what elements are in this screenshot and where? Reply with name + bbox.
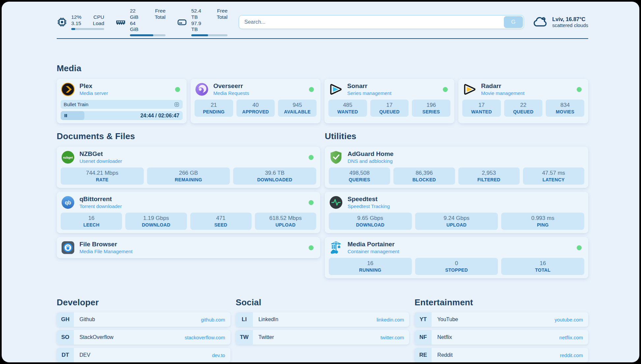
link-name: Netflix bbox=[437, 334, 452, 340]
app-card-filebrowser[interactable]: File Browser Media File Management bbox=[57, 237, 320, 258]
app-name: File Browser bbox=[79, 241, 133, 248]
app-card-speedtest[interactable]: Speedtest Speedtest Tracking 9.65 Gbps D… bbox=[325, 192, 588, 233]
disk-icon bbox=[177, 17, 187, 27]
ram-free: 22 GiB bbox=[130, 8, 145, 20]
stat-seed: 471 SEED bbox=[190, 213, 252, 230]
app-name: Speedtest bbox=[348, 196, 390, 203]
utilities-section-title: Utilities bbox=[325, 131, 588, 141]
stat-remaining: 266 GB REMAINING bbox=[147, 167, 230, 185]
ram-label-1: Free bbox=[155, 8, 166, 14]
stat-wanted: 485 WANTED bbox=[328, 100, 367, 117]
link-url: netflix.com bbox=[559, 335, 583, 340]
app-card-plex[interactable]: Plex Media server Bullet Train bbox=[57, 79, 187, 123]
portainer-icon bbox=[329, 240, 343, 255]
cast-icon[interactable] bbox=[174, 102, 180, 107]
status-dot bbox=[443, 87, 448, 92]
status-dot bbox=[577, 245, 582, 250]
ram-icon bbox=[115, 17, 126, 27]
link-youtube[interactable]: YT YouTube youtube.com bbox=[414, 312, 588, 327]
app-subtitle: DNS and adblocking bbox=[348, 158, 393, 164]
link-badge: NF bbox=[414, 330, 432, 345]
stat-pending: 21 PENDING bbox=[195, 100, 233, 117]
media-section-title: Media bbox=[57, 63, 588, 74]
app-name: NZBGet bbox=[79, 150, 122, 158]
stat-movies: 834 MOVIES bbox=[546, 100, 584, 117]
weather-widget: Lviv, 16.87°C scattered clouds bbox=[533, 15, 588, 30]
app-card-sonarr[interactable]: Sonarr Series management 485 WANTED 17 Q… bbox=[324, 79, 454, 123]
app-subtitle: Media Requests bbox=[213, 90, 249, 96]
stat-approved: 40 APPROVED bbox=[236, 100, 275, 117]
search-input[interactable] bbox=[239, 15, 524, 29]
disk-label-2: Total bbox=[217, 14, 228, 20]
link-badge: GH bbox=[57, 312, 74, 327]
stat-latency: 47.57 ms LATENCY bbox=[523, 167, 584, 185]
app-card-radarr[interactable]: Radarr Movie management 17 WANTED 22 QUE… bbox=[458, 79, 588, 123]
app-name: AdGuard Home bbox=[348, 150, 393, 158]
weather-condition: scattered clouds bbox=[552, 22, 588, 28]
top-bar: 12% 3.15 CPU Load bbox=[57, 13, 588, 31]
app-subtitle: Media File Management bbox=[79, 249, 133, 254]
ram-label-2: Total bbox=[155, 14, 166, 20]
playback-progress-bar[interactable]: 24:44 / 02:06:47 bbox=[61, 111, 183, 120]
link-reddit[interactable]: RE Reddit reddit.com bbox=[414, 348, 588, 362]
section-developer: Developer GH Github github.com SO StackO… bbox=[57, 297, 230, 362]
link-url: stackoverflow.com bbox=[185, 335, 225, 340]
stat-available: 945 AVAILABLE bbox=[278, 100, 317, 117]
link-netflix[interactable]: NF Netflix netflix.com bbox=[414, 330, 588, 345]
link-url: youtube.com bbox=[555, 317, 583, 322]
cpu-label-2: Load bbox=[93, 20, 104, 27]
stat-filtered: 2,953 FILTERED bbox=[458, 167, 520, 185]
ram-progress-bar bbox=[130, 34, 166, 36]
stat-ping: 0.993 ms PING bbox=[501, 213, 584, 230]
link-name: StackOverflow bbox=[79, 334, 113, 340]
link-badge: TW bbox=[236, 330, 253, 345]
stat-queued: 17 QUEUED bbox=[370, 100, 409, 117]
app-subtitle: Torrent downloader bbox=[79, 203, 122, 209]
link-url: twitter.com bbox=[381, 335, 404, 340]
stat-download: 9.65 Gbps DOWNLOAD bbox=[329, 213, 412, 230]
app-card-qbittorrent[interactable]: qb qBittorrent Torrent downloader 16 LEE… bbox=[57, 192, 320, 233]
link-stackoverflow[interactable]: SO StackOverflow stackoverflow.com bbox=[57, 330, 230, 345]
plex-icon bbox=[61, 82, 75, 97]
status-dot bbox=[309, 245, 314, 250]
link-badge: DT bbox=[57, 348, 74, 362]
section-utilities: Utilities AdGuard Home DNS and adb bbox=[325, 131, 588, 278]
cpu-stat: 12% 3.15 CPU Load bbox=[57, 14, 104, 30]
radarr-icon bbox=[462, 82, 477, 97]
stat-downloaded: 39.6 TB DOWNLOADED bbox=[233, 167, 316, 185]
link-url: github.com bbox=[201, 317, 225, 322]
disk-total: 97.9 TB bbox=[191, 20, 207, 33]
stat-leech: 16 LEECH bbox=[61, 213, 122, 230]
ram-total: 64 GiB bbox=[130, 20, 145, 33]
link-dev[interactable]: DT DEV dev.to bbox=[57, 348, 230, 362]
playback-time: 24:44 / 02:06:47 bbox=[140, 111, 179, 120]
link-github[interactable]: GH Github github.com bbox=[57, 312, 230, 327]
section-entertainment: Entertainment YT YouTube youtube.com NF … bbox=[414, 297, 588, 362]
app-subtitle: Usenet downloader bbox=[79, 158, 122, 164]
app-card-adguard[interactable]: AdGuard Home DNS and adblocking 498,508 … bbox=[325, 147, 588, 188]
app-subtitle: Container management bbox=[348, 249, 399, 254]
app-card-portainer[interactable]: Media Portainer Container management 16 … bbox=[325, 237, 588, 278]
dashboard-page: 12% 3.15 CPU Load bbox=[2, 2, 639, 362]
sonarr-icon bbox=[328, 82, 343, 97]
cpu-load-avg: 3.15 bbox=[71, 20, 81, 27]
svg-text:nzbget: nzbget bbox=[63, 156, 73, 159]
link-url: reddit.com bbox=[560, 352, 583, 358]
adguard-icon bbox=[329, 150, 343, 165]
app-subtitle: Media server bbox=[79, 90, 108, 96]
link-linkedin[interactable]: LI LinkedIn linkedin.com bbox=[236, 312, 410, 327]
stat-upload: 9.24 Gbps UPLOAD bbox=[415, 213, 498, 230]
search-engine-button[interactable]: G bbox=[504, 16, 523, 28]
now-playing-row: Bullet Train bbox=[61, 100, 183, 109]
app-name: Plex bbox=[79, 82, 108, 90]
link-twitter[interactable]: TW Twitter twitter.com bbox=[236, 330, 410, 345]
cpu-usage: 12% bbox=[71, 14, 81, 20]
link-name: LinkedIn bbox=[259, 317, 279, 322]
app-card-nzbget[interactable]: nzbget NZBGet Usenet downloader 744.21 M… bbox=[57, 147, 320, 188]
pause-icon[interactable] bbox=[64, 113, 68, 118]
speedtest-icon bbox=[329, 195, 343, 210]
social-section-title: Social bbox=[236, 297, 410, 308]
disk-progress-bar bbox=[191, 34, 228, 36]
app-card-overseerr[interactable]: Overseerr Media Requests 21 PENDING 40 A… bbox=[191, 79, 320, 123]
app-subtitle: Series management bbox=[347, 90, 391, 96]
